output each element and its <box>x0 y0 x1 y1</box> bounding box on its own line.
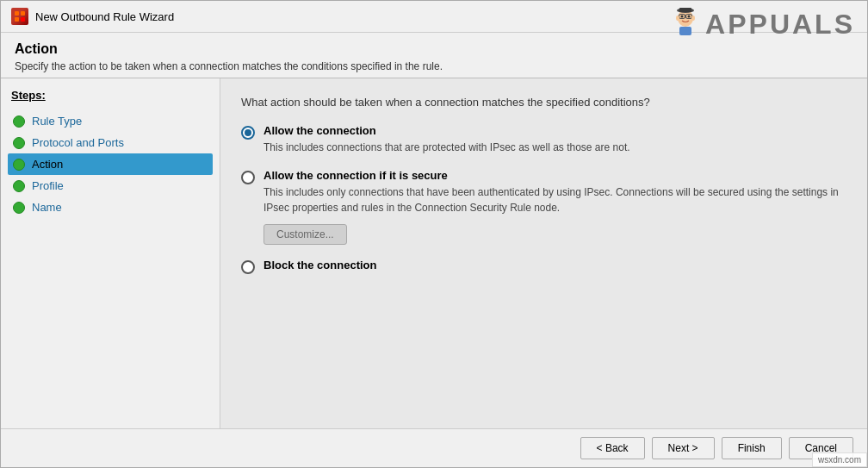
appuals-watermark: APPUALS <box>667 6 855 42</box>
step-dot-action <box>13 159 25 171</box>
svg-rect-1 <box>21 11 25 16</box>
finish-button[interactable]: Finish <box>722 437 782 459</box>
page-title: Action <box>15 41 853 57</box>
sidebar-item-rule-type[interactable]: Rule Type <box>8 110 213 132</box>
steps-panel: Steps: Rule Type Protocol and Ports Acti… <box>1 78 220 449</box>
right-panel: What action should be taken when a conne… <box>220 78 867 449</box>
title-icon <box>11 8 28 25</box>
svg-point-14 <box>691 16 695 21</box>
sidebar-item-protocol-ports[interactable]: Protocol and Ports <box>8 132 213 153</box>
sidebar-item-action[interactable]: Action <box>8 153 213 175</box>
option-allow-secure[interactable]: Allow the connection if it is secure Thi… <box>241 169 846 245</box>
option-allow[interactable]: Allow the connection This includes conne… <box>241 124 846 155</box>
radio-block-content: Block the connection <box>264 259 846 274</box>
radio-allow-secure-desc: This includes only connections that have… <box>264 184 846 215</box>
window-title: New Outbound Rule Wizard <box>35 10 174 23</box>
svg-rect-11 <box>679 8 691 12</box>
radio-block-label: Block the connection <box>264 259 846 271</box>
step-label-name: Name <box>32 201 62 214</box>
option-block[interactable]: Block the connection <box>241 259 846 274</box>
bottom-bar: < Back Next > Finish Cancel <box>1 428 867 467</box>
wizard-window: New Outbound Rule Wizard APPUALS <box>0 0 868 468</box>
back-button[interactable]: < Back <box>580 437 645 459</box>
step-dot-name <box>13 202 25 214</box>
svg-point-6 <box>688 16 691 18</box>
step-dot-rule-type <box>13 115 25 128</box>
radio-allow-secure[interactable] <box>241 171 255 184</box>
step-label-protocol-ports: Protocol and Ports <box>32 136 124 149</box>
step-dot-protocol-ports <box>13 137 25 149</box>
customize-button[interactable]: Customize... <box>264 224 347 245</box>
main-content: Steps: Rule Type Protocol and Ports Acti… <box>1 78 867 449</box>
wsxdn-badge: wsxdn.com <box>812 452 867 467</box>
appuals-text: APPUALS <box>705 9 855 41</box>
appuals-character-icon <box>667 6 704 42</box>
next-button[interactable]: Next > <box>652 437 715 459</box>
step-label-profile: Profile <box>32 179 64 192</box>
radio-allow-inner <box>245 129 251 136</box>
steps-label: Steps: <box>8 89 213 102</box>
page-subtitle: Specify the action to be taken when a co… <box>15 60 853 72</box>
radio-allow-label: Allow the connection <box>264 124 846 137</box>
step-label-action: Action <box>32 158 63 171</box>
radio-block[interactable] <box>241 260 255 274</box>
svg-rect-0 <box>15 11 19 16</box>
radio-allow-secure-label: Allow the connection if it is secure <box>264 169 846 182</box>
svg-rect-12 <box>679 27 691 35</box>
svg-rect-2 <box>15 17 19 22</box>
question-text: What action should be taken when a conne… <box>241 96 846 109</box>
step-dot-profile <box>13 180 25 192</box>
svg-point-13 <box>676 16 679 21</box>
sidebar-item-profile[interactable]: Profile <box>8 175 213 197</box>
step-label-rule-type: Rule Type <box>32 115 82 128</box>
svg-point-5 <box>681 16 684 18</box>
sidebar-item-name[interactable]: Name <box>8 197 213 218</box>
radio-allow-content: Allow the connection This includes conne… <box>264 124 846 155</box>
radio-allow-secure-content: Allow the connection if it is secure Thi… <box>264 169 846 245</box>
radio-allow[interactable] <box>241 126 255 140</box>
svg-rect-3 <box>21 17 25 22</box>
radio-allow-desc: This includes connections that are prote… <box>264 140 846 155</box>
